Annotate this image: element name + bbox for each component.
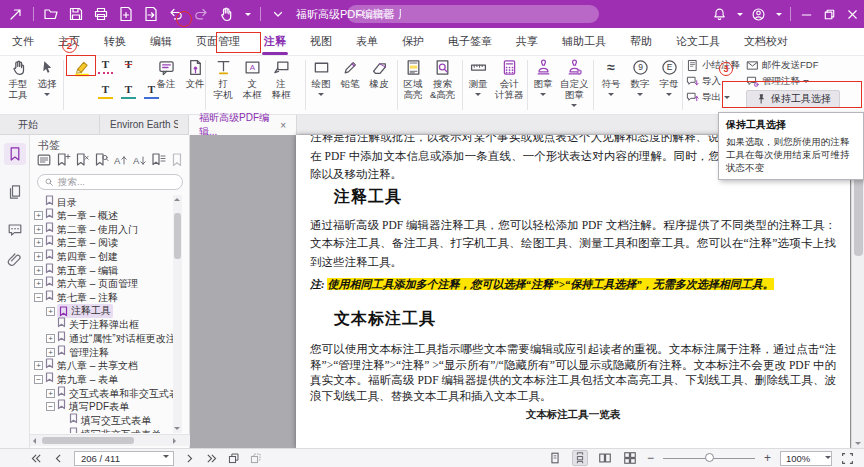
replace-text-tool[interactable]: T — [121, 83, 136, 99]
bookmark-item[interactable]: +第三章 – 阅读 — [34, 236, 118, 250]
chevron-down-icon[interactable] — [737, 13, 743, 19]
drawing-tool[interactable]: 绘图 — [307, 56, 335, 101]
bookmark-scrollbar-horizontal[interactable] — [30, 434, 190, 446]
tab-edit[interactable]: 编辑 — [138, 28, 184, 56]
tab-convert[interactable]: 转换 — [92, 28, 138, 56]
chevron-down-icon[interactable] — [540, 93, 546, 99]
open-file-icon[interactable] — [43, 6, 59, 22]
minimize-button[interactable] — [799, 7, 814, 22]
redo-icon[interactable] — [193, 6, 209, 22]
callout-tool[interactable]: 注释框 — [267, 56, 295, 100]
symbol-tool[interactable]: ≈符号 — [597, 56, 625, 101]
promote-bookmark-icon[interactable]: A — [112, 152, 128, 168]
titlebar-search-input[interactable]: 搜索 — [347, 5, 599, 23]
first-page-icon[interactable] — [30, 452, 43, 465]
expand-icon[interactable]: + — [34, 279, 43, 288]
bookmark-item[interactable]: 填写非交互式表单 — [58, 427, 161, 433]
panel-menu-icon[interactable] — [36, 152, 52, 168]
chevron-down-icon[interactable] — [475, 93, 481, 99]
chevron-down-icon[interactable] — [637, 93, 643, 99]
tab-protect[interactable]: 保护 — [390, 28, 436, 56]
bookmark-search-input[interactable]: 搜索... — [37, 174, 183, 190]
zoom-slider-knob[interactable] — [705, 453, 714, 462]
bookmark-item[interactable]: +注释工具 — [46, 304, 113, 318]
bookmark-item[interactable]: +管理注释 — [46, 345, 109, 359]
textbox-tool[interactable]: A文本框 — [238, 56, 266, 100]
chevron-down-icon[interactable] — [776, 13, 782, 19]
bookmark-item[interactable]: +交互式表单和非交互式表单 — [46, 386, 174, 400]
continuous-view-icon[interactable] — [572, 450, 588, 466]
bookmark-item[interactable]: +第八章 – 共享文档 — [34, 359, 138, 373]
toolbar-expand-icon[interactable] — [270, 6, 286, 22]
next-page-icon[interactable] — [183, 452, 196, 465]
expand-icon[interactable]: + — [34, 361, 43, 370]
bookmark-item[interactable]: +第五章 – 编辑 — [34, 263, 118, 277]
chevron-down-icon[interactable] — [608, 93, 614, 99]
note-tool[interactable]: 备注 — [152, 56, 180, 89]
bookmark-item[interactable]: −第九章 – 表单 — [34, 372, 118, 386]
attachments-panel-icon[interactable] — [4, 249, 26, 271]
collapse-icon[interactable]: − — [34, 375, 43, 384]
pages-panel-icon[interactable] — [4, 181, 26, 203]
chevron-down-icon[interactable] — [44, 93, 50, 99]
bookmark-item[interactable]: 目录 — [34, 195, 77, 209]
save-icon[interactable] — [68, 6, 84, 22]
bookmark-scrollbar-vertical[interactable] — [173, 195, 182, 433]
foxit-logo-icon[interactable] — [8, 6, 24, 22]
tab-help[interactable]: 帮助 — [618, 28, 664, 56]
file-attachment-tool[interactable]: 文件 — [181, 56, 209, 89]
area-highlight-tool[interactable]: 区域高亮 — [399, 56, 427, 100]
comments-panel-icon[interactable] — [4, 219, 26, 241]
bookmark-list-icon[interactable] — [150, 152, 166, 168]
start-tab[interactable]: 开始 — [0, 115, 100, 135]
tab-esign[interactable]: 电子签章 — [436, 28, 504, 56]
snapshot-icon[interactable] — [249, 452, 262, 465]
active-tool-icon[interactable] — [218, 6, 234, 22]
zoom-in-icon[interactable]: + — [764, 452, 771, 464]
demote-bookmark-icon[interactable]: A — [131, 152, 147, 168]
expand-icon[interactable]: + — [34, 252, 43, 261]
close-button[interactable] — [845, 7, 860, 22]
tab-proofread[interactable]: 文档校对 — [732, 28, 800, 56]
last-page-icon[interactable] — [205, 452, 218, 465]
zoom-slider[interactable] — [663, 451, 755, 465]
bookmarks-panel-icon[interactable] — [4, 143, 26, 165]
stamp-tool[interactable]: 图章 — [529, 56, 557, 101]
tab-file[interactable]: 文件 — [0, 28, 46, 56]
new-tab-icon[interactable] — [227, 452, 240, 465]
bookmark-plain-icon[interactable] — [169, 152, 185, 168]
hand-tool[interactable]: 手型工具 — [4, 56, 32, 100]
accounting-calculator-tool[interactable]: 会计计算器 — [493, 56, 526, 100]
account-icon[interactable] — [751, 7, 766, 22]
typewriter-tool[interactable]: 打字机 — [209, 56, 237, 100]
expand-icon[interactable]: + — [46, 334, 55, 343]
continuous-facing-view-icon[interactable] — [622, 450, 638, 466]
number-tool[interactable]: 9数字 — [626, 56, 654, 101]
convert-to-pdf-icon[interactable] — [118, 6, 134, 22]
collapse-icon[interactable]: − — [34, 293, 43, 302]
chevron-down-icon[interactable] — [318, 93, 324, 99]
delete-bookmark-icon[interactable] — [74, 152, 90, 168]
expand-icon[interactable]: + — [34, 211, 43, 220]
notifications-icon[interactable] — [712, 7, 727, 22]
chevron-down-icon[interactable] — [666, 93, 672, 99]
document-tab-environ[interactable]: Environ Earth Sci公式.p... — [100, 115, 189, 135]
chevron-down-icon[interactable] — [245, 13, 251, 19]
underline-tool[interactable]: T — [98, 83, 113, 99]
bookmark-item[interactable]: −第七章 – 注释 — [34, 291, 118, 305]
measure-tool[interactable]: 测量 — [464, 56, 492, 101]
expand-icon[interactable]: + — [34, 238, 43, 247]
fullscreen-icon[interactable] — [841, 452, 854, 465]
add-bookmark-icon[interactable] — [55, 152, 71, 168]
bookmark-item[interactable]: −填写PDF表单 — [46, 400, 129, 414]
print-icon[interactable] — [93, 6, 109, 22]
tab-form[interactable]: 表单 — [344, 28, 390, 56]
bookmark-item[interactable]: +通过“属性”对话框更改注释外观 — [46, 332, 174, 346]
pencil-tool[interactable]: 铅笔 — [336, 56, 364, 89]
bookmark-item[interactable]: +第四章 – 创建 — [34, 250, 118, 264]
close-tab-icon[interactable]: × — [280, 120, 286, 131]
letter-tool[interactable]: E字母 — [655, 56, 683, 101]
chevron-down-icon[interactable] — [571, 104, 577, 110]
tab-accessibility[interactable]: 辅助工具 — [550, 28, 618, 56]
select-tool[interactable]: 选择 — [33, 56, 61, 101]
